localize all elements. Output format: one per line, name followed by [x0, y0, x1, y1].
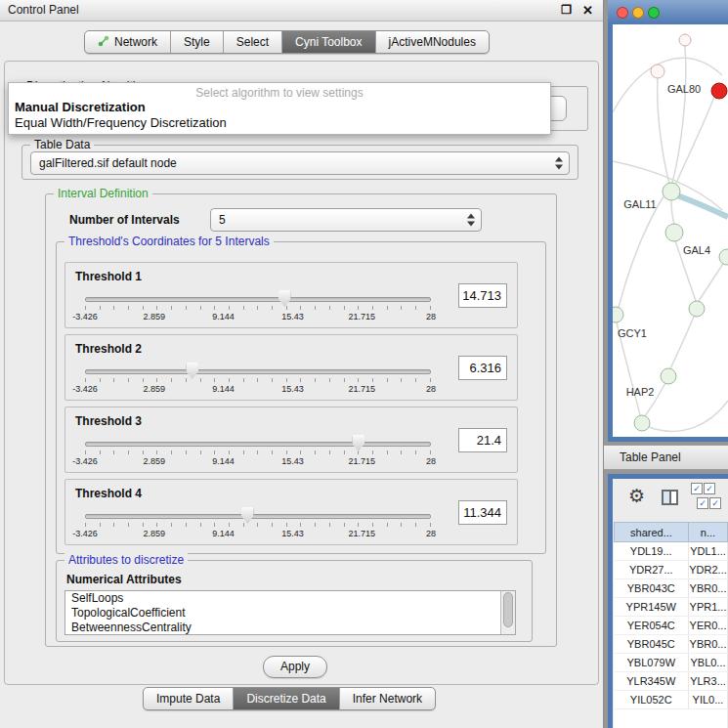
- close-traffic-light-icon[interactable]: [617, 7, 628, 19]
- table-cell[interactable]: YER054C: [615, 617, 689, 635]
- close-icon[interactable]: ✕: [582, 0, 593, 21]
- column-header[interactable]: shared...: [615, 523, 689, 542]
- network-tab-icon: [98, 35, 109, 50]
- tab-infer-network[interactable]: Infer Network: [340, 688, 435, 709]
- table-cell[interactable]: YIL0...: [689, 691, 728, 709]
- network-node[interactable]: [651, 64, 664, 78]
- dropdown-option[interactable]: Equal Width/Frequency Discretization: [9, 115, 550, 131]
- table-cell[interactable]: YBL079W: [615, 654, 689, 672]
- column-header[interactable]: n...: [689, 523, 728, 542]
- table-data-dropdown[interactable]: galFiltered.sif default node: [30, 151, 570, 175]
- table-row[interactable]: YBL079WYBL0...: [615, 654, 728, 672]
- tick-label: 2.859: [144, 529, 166, 538]
- scrollbar-thumb[interactable]: [503, 592, 513, 627]
- tick-label: -3.426: [72, 456, 98, 466]
- dropdown-placeholder: Select algorithm to view settings: [9, 83, 550, 100]
- slider-tick-labels: -3.426 2.859 9.144 15.43 21.715 28: [85, 456, 431, 468]
- table-row[interactable]: YBR043CYBR0...: [615, 579, 728, 598]
- slider-track[interactable]: [85, 442, 431, 447]
- network-node[interactable]: [634, 415, 650, 431]
- threshold-value-field[interactable]: 11.344: [458, 500, 507, 525]
- network-canvas[interactable]: GAL80 GAL11 GAL4 GCY1 HAP2: [613, 24, 728, 437]
- table-cell[interactable]: YDR27...: [615, 561, 689, 579]
- columns-icon[interactable]: [662, 490, 678, 505]
- table-cell[interactable]: YBR043C: [615, 579, 689, 598]
- network-node[interactable]: [661, 368, 676, 384]
- network-node[interactable]: [689, 301, 705, 317]
- checkbox-icon[interactable]: [704, 483, 715, 494]
- list-item[interactable]: BetweennessCentrality: [65, 621, 515, 635]
- table-cell[interactable]: YBL0...: [689, 654, 728, 672]
- table-row[interactable]: YPR145WYPR1...: [615, 598, 728, 617]
- checkbox-icon[interactable]: [709, 497, 721, 509]
- table-row[interactable]: YBR045CYBR0...: [615, 635, 728, 654]
- table-cell[interactable]: YBR0...: [689, 579, 728, 598]
- table-cell[interactable]: YDL19...: [615, 542, 689, 561]
- table-cell[interactable]: YBR045C: [615, 635, 689, 654]
- dropdown-value: galFiltered.sif default node: [39, 152, 177, 174]
- node-label: GAL11: [623, 198, 656, 210]
- table-cell[interactable]: YBR0...: [689, 635, 728, 654]
- table-panel-window: ⚙ shared... n... YDL19...YDL1...: [608, 474, 728, 728]
- table-panel-title: Table Panel: [620, 446, 681, 469]
- tab-jactivemodules[interactable]: jActiveMNodules: [376, 31, 489, 53]
- num-intervals-dropdown[interactable]: 5: [210, 208, 482, 232]
- checkbox-icon[interactable]: [697, 497, 708, 509]
- tab-impute-data[interactable]: Impute Data: [144, 688, 234, 709]
- table-row[interactable]: YLR345WYLR3...: [615, 672, 728, 691]
- list-item[interactable]: TopologicalCoefficient: [65, 606, 515, 621]
- network-node[interactable]: [665, 224, 683, 241]
- threshold-label: Threshold 1: [75, 270, 142, 283]
- attributes-group: Attributes to discretize Numerical Attri…: [56, 560, 533, 642]
- group-title: Attributes to discretize: [64, 553, 188, 568]
- threshold-value-field[interactable]: 21.4: [458, 428, 507, 452]
- selected-network-node[interactable]: [711, 83, 727, 99]
- threshold-slider[interactable]: -3.426 2.859 9.144 15.43 21.715 28: [85, 289, 431, 324]
- float-window-icon[interactable]: ❐: [561, 0, 572, 21]
- table-cell[interactable]: YLR345W: [615, 672, 689, 691]
- table-row[interactable]: YER054CYER0...: [615, 617, 728, 635]
- slider-thumb[interactable]: [278, 290, 291, 307]
- threshold-value-field[interactable]: 14.713: [458, 283, 507, 308]
- network-node[interactable]: [719, 249, 728, 265]
- slider-thumb[interactable]: [241, 507, 254, 524]
- network-node[interactable]: [679, 34, 691, 46]
- table-row[interactable]: YDR27...YDR2...: [615, 561, 728, 579]
- table-cell[interactable]: YPR145W: [615, 598, 689, 617]
- table-cell[interactable]: YIL052C: [615, 691, 689, 709]
- tab-cyni-toolbox[interactable]: Cyni Toolbox: [282, 31, 375, 53]
- threshold-slider[interactable]: -3.426 2.859 9.144 15.43 21.715 28: [85, 434, 431, 469]
- dropdown-option[interactable]: Manual Discretization: [9, 100, 550, 115]
- table-cell[interactable]: YLR3...: [689, 672, 728, 691]
- scrollbar[interactable]: [500, 591, 515, 634]
- table-row[interactable]: YIL052CYIL0...: [615, 691, 728, 709]
- slider-thumb[interactable]: [352, 435, 364, 451]
- tab-style[interactable]: Style: [171, 31, 224, 53]
- numerical-attributes-label: Numerical Attributes: [66, 573, 182, 586]
- slider-track[interactable]: [85, 297, 431, 302]
- slider-thumb[interactable]: [186, 363, 198, 379]
- apply-button[interactable]: Apply: [263, 656, 327, 678]
- gear-icon[interactable]: ⚙: [628, 486, 645, 507]
- tab-discretize-data[interactable]: Discretize Data: [234, 688, 339, 709]
- minimize-traffic-light-icon[interactable]: [632, 7, 644, 19]
- checkbox-icon[interactable]: [691, 483, 703, 494]
- slider-track[interactable]: [85, 369, 431, 374]
- threshold-slider[interactable]: -3.426 2.859 9.144 15.43 21.715 28: [85, 362, 431, 397]
- table-row[interactable]: YDL19...YDL1...: [615, 542, 728, 561]
- tab-network[interactable]: Network: [85, 31, 171, 53]
- table-cell[interactable]: YER0...: [689, 617, 728, 635]
- list-item[interactable]: SelfLoops: [65, 591, 515, 606]
- tab-select[interactable]: Select: [224, 31, 282, 53]
- tick-label: 9.144: [212, 312, 235, 321]
- titlebar: Control Panel ❐ ✕: [0, 0, 603, 21]
- table-cell[interactable]: YDR2...: [689, 561, 728, 579]
- network-node[interactable]: [613, 307, 623, 322]
- network-node[interactable]: [663, 183, 680, 200]
- zoom-traffic-light-icon[interactable]: [648, 7, 660, 19]
- threshold-value-field[interactable]: 6.316: [458, 356, 507, 380]
- table-cell[interactable]: YDL1...: [689, 542, 728, 561]
- table-cell[interactable]: YPR1...: [689, 598, 728, 617]
- slider-track[interactable]: [85, 514, 431, 519]
- threshold-slider[interactable]: -3.426 2.859 9.144 15.43 21.715 28: [85, 506, 431, 541]
